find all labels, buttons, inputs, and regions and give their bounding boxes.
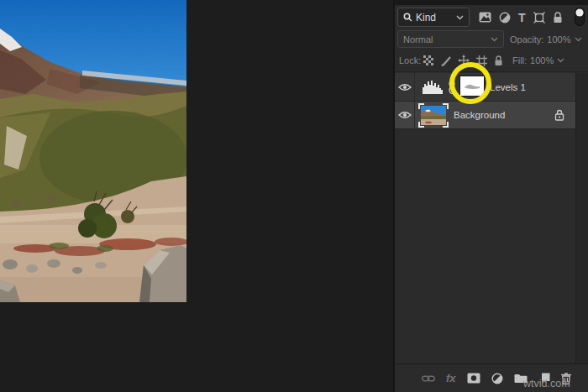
layers-panel: Kind [395,0,588,392]
lock-label: Lock: [399,55,421,65]
eye-icon [398,111,412,119]
layer-style-icon[interactable]: fx [446,372,456,384]
thumbnail-frame-corner [418,122,424,128]
layer-filter-bar: Kind [395,5,588,29]
new-adjustment-layer-icon[interactable] [491,373,503,384]
header-separator [395,71,588,72]
thumbnail-frame-corner [443,122,449,128]
layers-list: Levels 1 [395,73,575,129]
blend-mode-value: Normal [403,34,491,44]
levels-adjustment-icon[interactable] [423,80,443,97]
document-canvas[interactable] [0,0,393,392]
shape-layer-filter-icon[interactable] [533,12,545,24]
lock-all-icon[interactable] [494,55,503,66]
landscape-photo [0,0,186,302]
layer-row-levels-1[interactable]: Levels 1 [395,73,575,101]
chevron-down-icon[interactable] [557,58,564,63]
layer-mask-thumbnail[interactable] [459,76,485,97]
layer-lock-icon[interactable] [554,109,564,124]
lock-position-icon[interactable] [458,55,470,66]
blend-mode-dropdown[interactable]: Normal [397,30,504,48]
add-layer-mask-icon[interactable] [467,373,480,384]
thumbnail-frame-corner [418,103,424,109]
blend-bar: Normal Opacity: 100% [395,29,588,50]
lock-bar: Lock: [395,50,588,71]
fill-value[interactable]: 100% [530,55,554,65]
lock-transparency-icon[interactable] [423,55,433,65]
chevron-down-icon[interactable] [575,37,582,42]
layer-row-background[interactable]: Background [395,101,575,128]
filter-kind-label: Kind [416,12,453,24]
layer-name[interactable]: Background [454,102,505,128]
eye-icon [398,83,412,91]
opacity-value[interactable]: 100% [547,34,570,44]
adjustment-layer-filter-icon[interactable] [499,12,511,24]
link-layers-icon[interactable] [422,374,435,383]
search-icon [403,13,412,22]
mask-link-icon[interactable] [449,80,455,97]
chevron-down-icon [491,37,498,42]
panel-scrollbar-gutter[interactable] [575,73,588,363]
watermark: wtvid.com [523,378,570,389]
filter-toggle[interactable] [575,8,585,26]
layer-thumbnail[interactable] [418,103,449,128]
chevron-down-icon [456,15,464,20]
photoshop-workspace: Kind [0,0,588,392]
lock-pixels-icon[interactable] [440,55,451,66]
layer-name[interactable]: Levels 1 [490,73,526,101]
visibility-toggle[interactable] [395,73,415,101]
smart-object-filter-icon[interactable] [553,12,563,24]
type-layer-filter-icon[interactable]: T [518,12,526,24]
visibility-toggle[interactable] [395,102,415,128]
opacity-label: Opacity: [510,34,543,44]
pixel-layer-filter-icon[interactable] [479,12,491,23]
fill-label: Fill: [512,55,527,65]
lock-artboard-icon[interactable] [476,55,487,66]
filter-kind-dropdown[interactable]: Kind [397,8,470,27]
thumbnail-frame-corner [443,103,449,109]
